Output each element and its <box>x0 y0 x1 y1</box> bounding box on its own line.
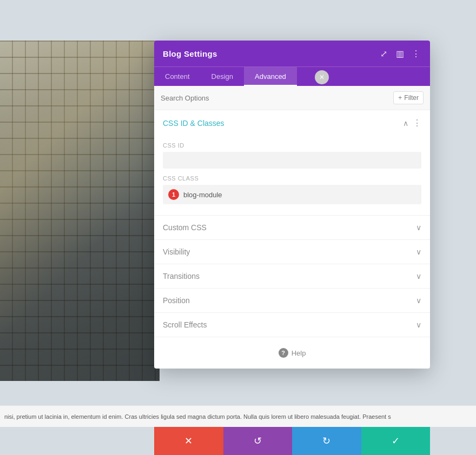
page-bottom-text: nisi, pretium ut lacinia in, elementum i… <box>0 405 476 427</box>
filter-icon: + <box>398 94 402 102</box>
chevron-down-icon-2: ∨ <box>416 247 421 256</box>
section-custom-css-header[interactable]: Custom CSS ∨ <box>154 216 430 239</box>
blog-settings-panel: Blog Settings ⤢ ▥ ⋮ Content Design Advan… <box>154 41 430 369</box>
redo-icon: ↻ <box>322 435 330 447</box>
chevron-up-icon: ∧ <box>403 119 408 128</box>
more-options-icon[interactable]: ⋮ <box>411 48 421 59</box>
section-css-id-classes-header[interactable]: CSS ID & Classes ∧ ⋮ <box>154 110 430 136</box>
section-more-icon[interactable]: ⋮ <box>413 118 421 128</box>
undo-icon: ↺ <box>254 435 262 447</box>
panel-header: Blog Settings ⤢ ▥ ⋮ <box>154 41 430 66</box>
filter-button[interactable]: + Filter <box>393 91 424 104</box>
chevron-down-icon-3: ∨ <box>416 272 421 280</box>
section-css-id-classes: CSS ID & Classes ∧ ⋮ CSS ID CSS Class 1 … <box>154 110 430 216</box>
css-class-field: 1 blog-module <box>163 185 421 204</box>
section-css-id-classes-title: CSS ID & Classes <box>163 119 224 128</box>
columns-icon[interactable]: ▥ <box>394 48 405 59</box>
search-input[interactable] <box>161 94 393 102</box>
section-visibility-title: Visibility <box>163 247 190 256</box>
panel-body: CSS ID & Classes ∧ ⋮ CSS ID CSS Class 1 … <box>154 110 430 369</box>
css-class-badge: 1 <box>168 189 179 200</box>
redo-button[interactable]: ↻ <box>292 427 361 455</box>
save-button[interactable]: ✓ <box>361 427 431 455</box>
help-section: ? Help <box>154 337 430 369</box>
section-scroll-effects-title: Scroll Effects <box>163 320 207 329</box>
save-icon: ✓ <box>392 435 400 447</box>
cancel-button[interactable]: ✕ <box>154 427 223 455</box>
tab-bar: Content Design Advanced <box>154 66 430 86</box>
section-custom-css-title: Custom CSS <box>163 223 207 232</box>
section-visibility: Visibility ∨ <box>154 240 430 264</box>
search-bar: + Filter <box>154 86 430 110</box>
header-actions: ⤢ ▥ ⋮ <box>378 48 421 59</box>
section-transitions-header[interactable]: Transitions ∨ <box>154 264 430 288</box>
help-label[interactable]: Help <box>292 349 306 357</box>
undo-button[interactable]: ↺ <box>223 427 293 455</box>
chevron-down-icon-4: ∨ <box>416 296 421 305</box>
css-class-value: blog-module <box>183 191 222 199</box>
section-custom-css: Custom CSS ∨ <box>154 216 430 240</box>
section-visibility-header[interactable]: Visibility ∨ <box>154 240 430 264</box>
section-transitions: Transitions ∨ <box>154 264 430 289</box>
building-image <box>0 41 160 381</box>
tab-content[interactable]: Content <box>154 67 201 86</box>
help-icon: ? <box>279 348 288 358</box>
tab-advanced[interactable]: Advanced <box>244 67 297 86</box>
section-transitions-title: Transitions <box>163 272 200 280</box>
section-scroll-effects-header[interactable]: Scroll Effects ∨ <box>154 313 430 337</box>
css-id-label: CSS ID <box>163 142 421 149</box>
chevron-down-icon-5: ∨ <box>416 320 421 329</box>
css-class-label: CSS Class <box>163 175 421 182</box>
section-scroll-effects-actions: ∨ <box>416 320 421 329</box>
section-visibility-actions: ∨ <box>416 247 421 256</box>
css-id-input[interactable] <box>163 152 421 169</box>
chevron-down-icon: ∨ <box>416 223 421 232</box>
section-position: Position ∨ <box>154 289 430 313</box>
section-transitions-actions: ∨ <box>416 272 421 280</box>
section-position-actions: ∨ <box>416 296 421 305</box>
cancel-icon: ✕ <box>184 435 193 447</box>
action-bar: ✕ ↺ ↻ ✓ <box>154 427 430 455</box>
section-scroll-effects: Scroll Effects ∨ <box>154 313 430 337</box>
section-position-header[interactable]: Position ∨ <box>154 289 430 312</box>
panel-close-x-button[interactable]: ✕ <box>315 70 329 84</box>
panel-title: Blog Settings <box>163 49 217 58</box>
section-custom-css-actions: ∨ <box>416 223 421 232</box>
expand-icon[interactable]: ⤢ <box>378 48 389 59</box>
section-css-id-classes-content: CSS ID CSS Class 1 blog-module <box>154 142 430 215</box>
bottom-paragraph-text: nisi, pretium ut lacinia in, elementum i… <box>4 413 391 420</box>
filter-label: Filter <box>404 94 419 102</box>
section-position-title: Position <box>163 296 190 305</box>
tab-design[interactable]: Design <box>201 67 244 86</box>
section-css-id-classes-actions: ∧ ⋮ <box>403 118 421 128</box>
